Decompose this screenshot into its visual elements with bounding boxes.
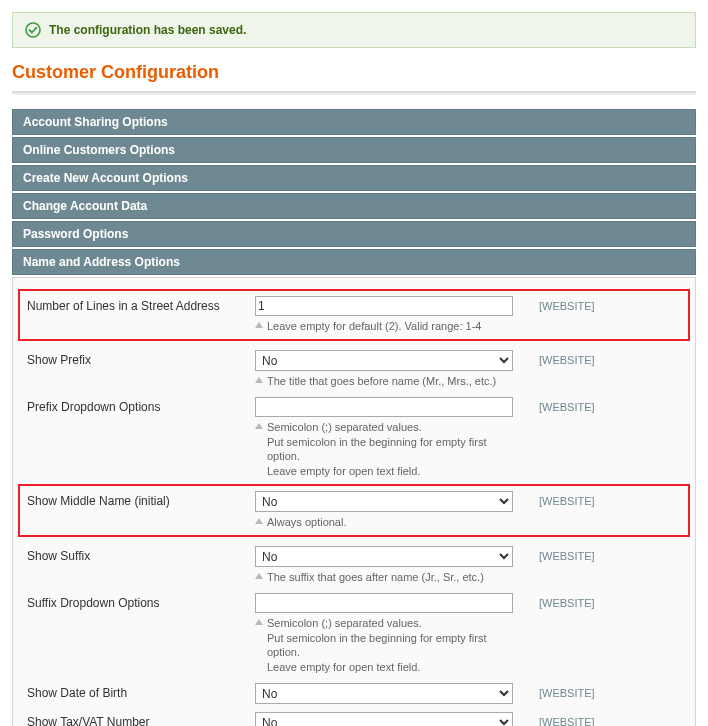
label-show-suffix: Show Suffix [23, 546, 255, 563]
note-triangle-icon [255, 322, 263, 328]
suffix-options-input[interactable] [255, 593, 513, 613]
row-prefix-options: Prefix Dropdown Options Semicolon (;) se… [23, 393, 685, 483]
scope-show-prefix[interactable]: [WEBSITE] [539, 354, 595, 366]
section-create-account[interactable]: Create New Account Options [12, 165, 696, 191]
row-show-suffix: Show Suffix No The suffix that goes afte… [23, 542, 685, 589]
name-address-fieldset: Number of Lines in a Street Address Leav… [12, 277, 696, 726]
note-triangle-icon [255, 377, 263, 383]
scope-street-lines[interactable]: [WEBSITE] [539, 300, 595, 312]
note-triangle-icon [255, 518, 263, 524]
row-show-prefix: Show Prefix No The title that goes befor… [23, 346, 685, 393]
label-show-middle: Show Middle Name (initial) [23, 491, 255, 508]
show-dob-select[interactable]: No [255, 683, 513, 704]
section-change-account[interactable]: Change Account Data [12, 193, 696, 219]
street-lines-input[interactable] [255, 296, 513, 316]
note-triangle-icon [255, 423, 263, 429]
scope-suffix-options[interactable]: [WEBSITE] [539, 597, 595, 609]
scope-prefix-options[interactable]: [WEBSITE] [539, 401, 595, 413]
prefix-options-input[interactable] [255, 397, 513, 417]
note-prefix-options: Semicolon (;) separated values. Put semi… [255, 420, 519, 479]
note-show-prefix: The title that goes before name (Mr., Mr… [255, 374, 519, 389]
note-street-lines: Leave empty for default (2). Valid range… [255, 319, 519, 334]
scope-show-middle[interactable]: [WEBSITE] [539, 495, 595, 507]
row-street-lines: Number of Lines in a Street Address Leav… [19, 290, 689, 340]
note-show-suffix: The suffix that goes after name (Jr., Sr… [255, 570, 519, 585]
title-divider [12, 91, 696, 95]
scope-show-suffix[interactable]: [WEBSITE] [539, 550, 595, 562]
section-password[interactable]: Password Options [12, 221, 696, 247]
show-prefix-select[interactable]: No [255, 350, 513, 371]
note-triangle-icon [255, 573, 263, 579]
success-check-icon [25, 22, 41, 38]
label-show-tax: Show Tax/VAT Number [23, 712, 255, 726]
note-show-middle: Always optional. [255, 515, 519, 530]
row-suffix-options: Suffix Dropdown Options Semicolon (;) se… [23, 589, 685, 679]
row-show-tax: Show Tax/VAT Number No [WEBSITE] [23, 708, 685, 726]
section-name-address[interactable]: Name and Address Options [12, 249, 696, 275]
label-show-prefix: Show Prefix [23, 350, 255, 367]
label-suffix-options: Suffix Dropdown Options [23, 593, 255, 610]
success-message-text: The configuration has been saved. [49, 23, 246, 37]
label-show-dob: Show Date of Birth [23, 683, 255, 700]
page-title: Customer Configuration [12, 62, 696, 83]
show-suffix-select[interactable]: No [255, 546, 513, 567]
scope-show-tax[interactable]: [WEBSITE] [539, 716, 595, 726]
svg-point-0 [26, 23, 40, 37]
show-tax-select[interactable]: No [255, 712, 513, 726]
row-show-dob: Show Date of Birth No [WEBSITE] [23, 679, 685, 708]
row-show-middle: Show Middle Name (initial) No Always opt… [19, 485, 689, 536]
scope-show-dob[interactable]: [WEBSITE] [539, 687, 595, 699]
show-middle-select[interactable]: No [255, 491, 513, 512]
note-suffix-options: Semicolon (;) separated values. Put semi… [255, 616, 519, 675]
note-triangle-icon [255, 619, 263, 625]
section-account-sharing[interactable]: Account Sharing Options [12, 109, 696, 135]
label-street-lines: Number of Lines in a Street Address [23, 296, 255, 313]
section-online-customers[interactable]: Online Customers Options [12, 137, 696, 163]
success-message: The configuration has been saved. [12, 12, 696, 48]
label-prefix-options: Prefix Dropdown Options [23, 397, 255, 414]
